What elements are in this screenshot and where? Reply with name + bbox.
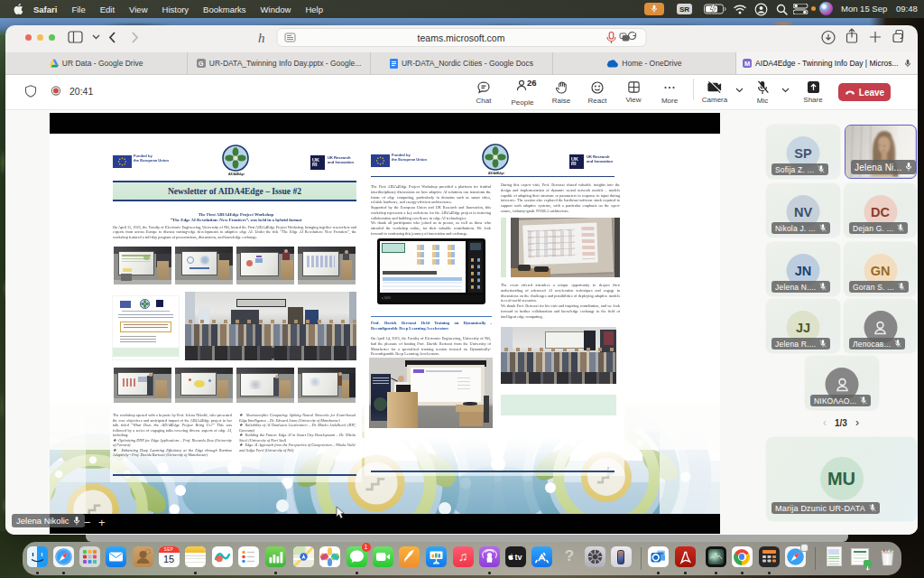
svg-text:20:41: 20:41	[69, 85, 93, 96]
svg-text:teams.microsoft.com: teams.microsoft.com	[418, 33, 505, 43]
svg-text:h: h	[258, 31, 265, 45]
